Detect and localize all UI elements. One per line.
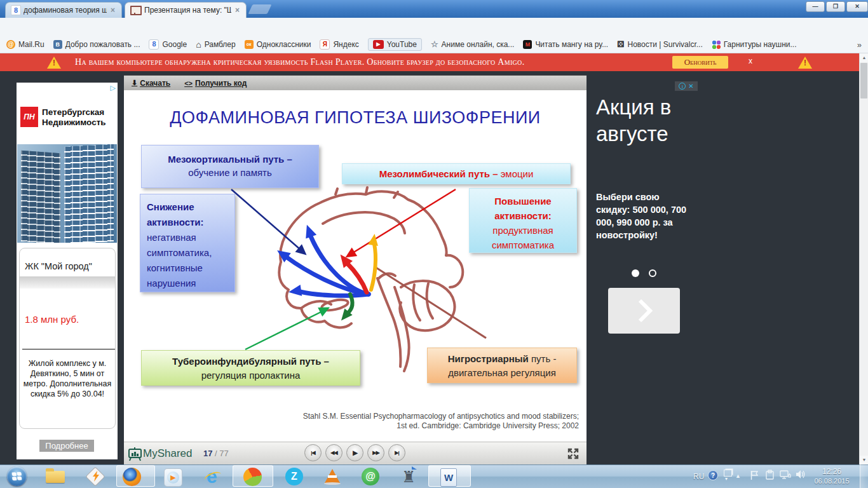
dots-icon xyxy=(712,40,721,49)
new-tab-button[interactable] xyxy=(248,4,272,14)
bookmark-youtube[interactable]: ▶YouTube xyxy=(368,38,422,51)
taskbar-mailru-agent-icon[interactable]: @ xyxy=(362,467,382,486)
odnoklassniki-icon: ок xyxy=(245,40,254,49)
right-ad-title: Акция в августе xyxy=(596,94,698,147)
banner-close[interactable]: x xyxy=(749,57,752,65)
bookmark-survival-news[interactable]: ⚄Новости | Survivalcr... xyxy=(617,40,703,49)
show-hidden-icons-arrow[interactable]: ▲ xyxy=(735,473,741,479)
carousel-next-button[interactable] xyxy=(608,288,680,334)
taskbar-winamp-icon[interactable] xyxy=(86,467,106,486)
label-decreased-activity: Снижение активности: негативная симптома… xyxy=(140,194,235,292)
warning-icon xyxy=(47,57,61,69)
bookmarks-overflow-chevron[interactable]: » xyxy=(857,40,862,50)
scrollbar-thumb[interactable] xyxy=(860,63,867,98)
yandex-icon: Я xyxy=(320,39,330,50)
browser-toolbar xyxy=(0,18,868,37)
network-tray-icon[interactable] xyxy=(780,470,792,480)
ad-details-button[interactable]: Подробнее xyxy=(39,440,94,452)
close-icon[interactable]: × xyxy=(234,6,241,15)
pointer-arrows xyxy=(231,189,456,349)
close-icon[interactable]: × xyxy=(109,6,116,15)
bookmark-rambler[interactable]: ⌂Рамблер xyxy=(196,40,236,49)
action-center-flag-icon[interactable] xyxy=(750,470,759,480)
lightning-icon xyxy=(92,471,100,482)
ad-price: 1.8 млн руб. xyxy=(25,314,115,325)
label-mesocortical-pathway: Мезокортикальный путь – обучение и памят… xyxy=(141,145,319,188)
carousel-dot-active[interactable] xyxy=(632,269,639,277)
window-tray-icon[interactable] xyxy=(724,470,732,477)
taskbar-firefox-icon[interactable] xyxy=(123,467,143,486)
label-mesolimbic-pathway: Мезолимбический путь – эмоции xyxy=(342,163,571,184)
download-icon: ⬇ xyxy=(132,79,137,87)
carousel-dot[interactable] xyxy=(649,269,656,277)
first-slide-button[interactable]: |◀ xyxy=(304,444,322,461)
adchoices-icon[interactable]: ▷ xyxy=(111,84,116,92)
bookmark-google[interactable]: 8Google xyxy=(149,39,187,50)
bookmark-odnoklassniki[interactable]: окОдноклассники xyxy=(245,40,311,49)
browser-titlebar: 8 дофаминовая теория ши × Презентация на… xyxy=(0,0,868,18)
download-link[interactable]: ⬇ Скачать xyxy=(132,79,170,88)
left-ad-panel[interactable]: ▷ ПН Петербургская Недвижимость ЖК "Мой … xyxy=(17,83,118,459)
tray-date: 06.08.2015 xyxy=(808,477,855,486)
taskbar-vlc-icon[interactable] xyxy=(323,467,343,486)
bookmark-headsets[interactable]: Гарнитуры наушни... xyxy=(712,40,797,49)
clipboard-tray-icon[interactable] xyxy=(765,470,775,480)
volume-tray-icon[interactable] xyxy=(796,470,806,480)
language-indicator[interactable]: RU xyxy=(693,472,704,481)
bookmark-manga[interactable]: МЧитать мангу на ру... xyxy=(523,40,608,49)
bookmark-mailru[interactable]: @Mail.Ru xyxy=(6,40,44,49)
taskbar-word-icon[interactable]: W xyxy=(438,467,459,486)
slide-title: ДОФАМИНОВАЯ ГИПОТЕЗА ШИЗОФРЕНИИ xyxy=(124,108,587,128)
bookmark-anime[interactable]: ☆Аниме онлайн, ска... xyxy=(431,40,514,49)
myshared-brand[interactable]: MyShared xyxy=(143,447,192,460)
ad-divider xyxy=(22,349,115,349)
taskbar-clock[interactable]: 12:26 06.08.2015 xyxy=(808,467,855,486)
minimize-button[interactable]: — xyxy=(806,1,825,12)
bookmark-yandex[interactable]: ЯЯндекс xyxy=(320,39,358,50)
close-window-button[interactable]: ✕ xyxy=(846,1,868,12)
last-slide-button[interactable]: ▶| xyxy=(388,444,405,461)
brain-inner-arc xyxy=(323,212,405,233)
play-button[interactable]: ▶ xyxy=(346,444,363,461)
taskbar-explorer-icon[interactable] xyxy=(46,467,66,486)
taskbar-ie-icon[interactable]: e xyxy=(203,467,224,486)
slide-canvas: ДОФАМИНОВАЯ ГИПОТЕЗА ШИЗОФРЕНИИ Мезокорт… xyxy=(124,90,587,442)
tray-time: 12:26 xyxy=(808,467,855,477)
ad-info-icon[interactable]: i xyxy=(679,83,686,90)
slide-viewer: ⬇ Скачать <> Получить код ДОФАМИНОВАЯ ГИ… xyxy=(124,75,587,464)
player-controls: |◀ ◀◀ ▶ ▶▶ ▶| xyxy=(304,444,405,461)
tab-google-search[interactable]: 8 дофаминовая теория ши × xyxy=(5,2,122,18)
previous-slide-button[interactable]: ◀◀ xyxy=(325,444,342,461)
bookmarks-bar: @Mail.Ru ВДобро пожаловать ... 8Google ⌂… xyxy=(0,36,868,53)
show-desktop-button[interactable] xyxy=(860,464,868,488)
page-scrollbar[interactable]: ▲ ▼ xyxy=(859,53,868,464)
taskbar-wmp-icon[interactable]: ▶ xyxy=(164,467,184,486)
update-button[interactable]: Обновить xyxy=(672,56,728,69)
start-button[interactable] xyxy=(7,466,27,486)
get-code-link[interactable]: <> Получить код xyxy=(184,79,247,88)
youtube-icon: ▶ xyxy=(373,40,384,49)
building-tower xyxy=(21,151,60,243)
brain-diagram xyxy=(241,184,585,413)
mailru-icon: @ xyxy=(6,40,15,49)
star-icon: ☆ xyxy=(431,40,438,49)
scroll-up-icon[interactable]: ▲ xyxy=(860,53,868,62)
vk-icon: В xyxy=(53,40,62,49)
taskbar-zona-icon[interactable]: Z xyxy=(285,467,306,486)
building-photo xyxy=(17,144,117,243)
next-slide-button[interactable]: ▶▶ xyxy=(367,444,384,461)
scroll-down-icon[interactable]: ▼ xyxy=(860,456,868,464)
right-ad-panel[interactable]: i ✕ Акция в августе Выбери свою скидку: … xyxy=(591,75,702,464)
chevron-right-icon xyxy=(635,297,654,325)
taskbar-amigo-icon[interactable] xyxy=(243,467,264,486)
ad-offer-card: ЖК "Мой город" 1.8 млн руб. Жилой компле… xyxy=(19,248,116,429)
ad-close-icon[interactable]: ✕ xyxy=(688,83,693,90)
flash-warning-banner: На вашем компьютере обнаружена критическ… xyxy=(0,53,859,71)
tab-presentation[interactable]: Презентация на тему: "Ш × xyxy=(125,2,247,18)
help-tray-icon[interactable]: ? xyxy=(708,470,718,480)
taskbar-castle-game-icon[interactable]: ♜ xyxy=(400,467,420,486)
bookmark-vk[interactable]: ВДобро пожаловать ... xyxy=(53,40,140,49)
fullscreen-icon[interactable] xyxy=(566,447,580,461)
house-icon: ⌂ xyxy=(196,40,201,49)
maximize-button[interactable]: ❐ xyxy=(826,1,845,12)
